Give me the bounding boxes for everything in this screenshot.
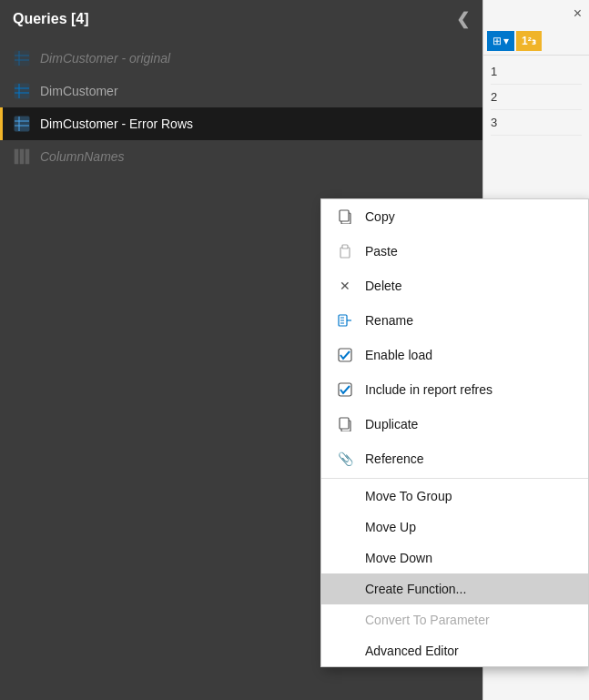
- query-label: ColumnNames: [40, 149, 125, 164]
- row-numbers: 1 2 3: [483, 56, 589, 139]
- advanced-editor-label: Advanced Editor: [365, 644, 574, 658]
- query-item[interactable]: DimCustomer: [0, 75, 482, 107]
- delete-icon: ✕: [336, 277, 354, 295]
- rename-label: Rename: [365, 313, 574, 328]
- svg-rect-18: [342, 245, 348, 249]
- row-number: 3: [491, 110, 582, 136]
- table-view-button[interactable]: ⊞ ▾: [487, 31, 514, 51]
- svg-rect-4: [15, 84, 29, 98]
- panel-header: Queries [4] ❮: [0, 0, 482, 38]
- menu-item-rename[interactable]: Rename: [321, 303, 588, 338]
- svg-rect-17: [340, 248, 350, 258]
- svg-rect-0: [15, 51, 29, 66]
- context-menu: Copy Paste ✕ Delete Rename: [320, 198, 589, 667]
- copy-icon: [336, 208, 354, 226]
- svg-rect-8: [15, 117, 29, 131]
- delete-label: Delete: [365, 279, 574, 293]
- query-item-active[interactable]: DimCustomer - Error Rows: [0, 107, 482, 140]
- move-down-label: Move Down: [365, 551, 574, 565]
- table-icon-small: ⊞: [493, 35, 502, 47]
- menu-item-delete[interactable]: ✕ Delete: [321, 269, 588, 303]
- right-panel-header: ×: [483, 0, 589, 27]
- query-item[interactable]: ColumnNames: [0, 140, 482, 173]
- reference-icon: 📎: [336, 450, 354, 468]
- table-icon: [13, 115, 31, 133]
- query-label: DimCustomer - original: [40, 51, 170, 66]
- number-format-button[interactable]: 1²₃: [516, 31, 542, 51]
- enable-load-label: Enable load: [365, 348, 574, 362]
- query-list: DimCustomer - original DimCustomer: [0, 38, 482, 177]
- menu-item-move-down[interactable]: Move Down: [321, 543, 588, 573]
- reference-label: Reference: [365, 451, 574, 466]
- menu-item-convert-to-parameter: Convert To Parameter: [321, 604, 588, 635]
- check-icon: [336, 346, 354, 364]
- copy-label: Copy: [365, 209, 574, 224]
- check-icon-2: [336, 380, 354, 399]
- menu-item-move-to-group[interactable]: Move To Group: [321, 481, 588, 512]
- create-function-label: Create Function...: [365, 582, 574, 596]
- duplicate-icon: [336, 415, 354, 433]
- paste-icon: [336, 242, 354, 260]
- close-button[interactable]: ×: [574, 5, 582, 22]
- convert-to-parameter-label: Convert To Parameter: [365, 613, 574, 627]
- menu-item-paste[interactable]: Paste: [321, 234, 588, 269]
- menu-item-include-report[interactable]: Include in report refres: [321, 372, 588, 407]
- menu-item-reference[interactable]: 📎 Reference: [321, 441, 588, 476]
- panel-title: Queries [4]: [13, 11, 89, 27]
- menu-item-enable-load[interactable]: Enable load: [321, 338, 588, 372]
- collapse-button[interactable]: ❮: [456, 9, 470, 29]
- rename-icon: [336, 311, 354, 330]
- dropdown-arrow: ▾: [503, 35, 509, 47]
- query-label: DimCustomer: [40, 84, 118, 98]
- move-to-group-label: Move To Group: [365, 489, 574, 503]
- toolbar: ⊞ ▾ 1²₃: [483, 27, 589, 56]
- move-up-label: Move Up: [365, 520, 574, 534]
- include-report-label: Include in report refres: [365, 382, 574, 397]
- svg-rect-14: [25, 149, 29, 164]
- table-icon: [13, 49, 31, 67]
- row-number: 1: [491, 59, 582, 85]
- svg-rect-13: [20, 149, 24, 164]
- menu-divider: [321, 478, 588, 479]
- menu-item-copy[interactable]: Copy: [321, 199, 588, 234]
- menu-item-advanced-editor[interactable]: Advanced Editor: [321, 635, 588, 666]
- row-number: 2: [491, 85, 582, 110]
- menu-item-create-function[interactable]: Create Function...: [321, 573, 588, 604]
- svg-rect-27: [340, 418, 349, 429]
- table-icon: [13, 147, 31, 166]
- svg-rect-16: [340, 210, 349, 221]
- svg-rect-12: [15, 149, 18, 164]
- query-label: DimCustomer - Error Rows: [40, 117, 193, 131]
- menu-item-move-up[interactable]: Move Up: [321, 512, 588, 543]
- query-item[interactable]: DimCustomer - original: [0, 42, 482, 75]
- table-icon: [13, 82, 31, 100]
- paste-label: Paste: [365, 244, 574, 259]
- menu-item-duplicate[interactable]: Duplicate: [321, 407, 588, 441]
- duplicate-label: Duplicate: [365, 417, 574, 431]
